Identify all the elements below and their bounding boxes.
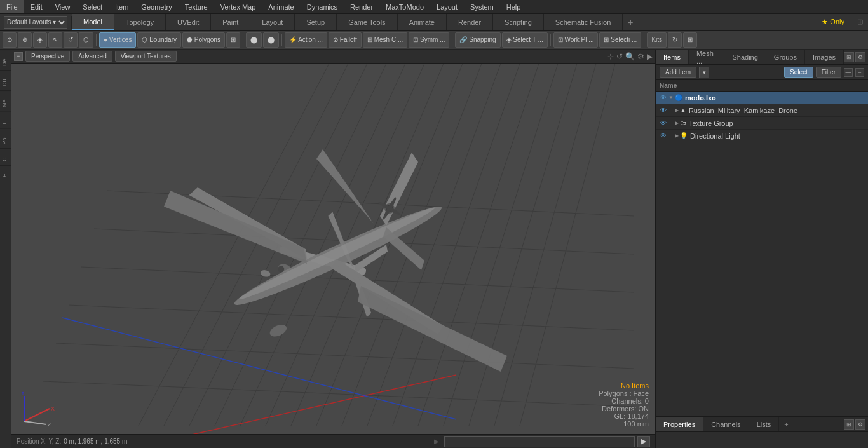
tool-transform[interactable]: ⬡	[79, 32, 93, 48]
vp-icon-zoom[interactable]: 🔍	[625, 52, 635, 61]
right-tab-groups[interactable]: Groups	[766, 50, 805, 64]
tool-select-circle[interactable]: ⊙	[3, 32, 17, 48]
tab-setup[interactable]: Setup	[295, 14, 337, 30]
menu-view[interactable]: View	[49, 0, 77, 13]
star-only-button[interactable]: ★ Only	[814, 18, 852, 26]
tool-work-pl-btn[interactable]: ⊡ Work Pl ...	[553, 32, 599, 48]
menu-help[interactable]: Help	[500, 0, 527, 13]
tab-paint[interactable]: Paint	[211, 14, 250, 30]
tool-rotate[interactable]: ↺	[64, 32, 78, 48]
items-collapse[interactable]: —	[844, 68, 853, 77]
tab-animate[interactable]: Animate	[398, 14, 447, 30]
tool-kits-btn[interactable]: Kits	[647, 32, 667, 48]
vp-icon-settings[interactable]: ⚙	[637, 52, 644, 61]
menu-file[interactable]: File	[0, 0, 24, 13]
tool-sphere1[interactable]: ⬤	[246, 32, 262, 48]
items-select-button[interactable]: Select	[784, 67, 813, 78]
tool-lasso[interactable]: ◈	[33, 32, 47, 48]
eye-icon-light[interactable]: 👁	[658, 131, 668, 141]
right-tab-expand[interactable]: ⊞	[844, 52, 854, 62]
prop-tab-add[interactable]: +	[779, 421, 793, 428]
viewport-3d[interactable]: No Items Polygons : Face Channels: 0 Def…	[11, 64, 655, 434]
item-row-light[interactable]: 👁 ▶ 💡 Directional Light	[656, 130, 868, 142]
tool-symm-btn[interactable]: ⊡ Symm ...	[409, 32, 449, 48]
tool-rotate-view[interactable]: ↻	[668, 32, 682, 48]
eye-icon-root[interactable]: 👁	[658, 93, 668, 103]
tab-add-button[interactable]: +	[623, 17, 638, 27]
menu-texture[interactable]: Texture	[179, 0, 214, 13]
prop-expand-icon[interactable]: ⊞	[844, 419, 854, 430]
right-tab-mesh[interactable]: Mesh ...	[689, 50, 725, 64]
viewport-menu-btn[interactable]: ≡	[14, 52, 23, 61]
right-tab-shading[interactable]: Shading	[724, 50, 766, 64]
items-filter-button[interactable]: Filter	[816, 67, 841, 78]
item-row-root[interactable]: 👁 ▼ 🔵 modo.lxo	[656, 92, 868, 104]
tool-sphere2[interactable]: ⬤	[263, 32, 279, 48]
menu-layout[interactable]: Layout	[430, 0, 464, 13]
vtab-c[interactable]: C...	[0, 148, 11, 165]
prop-settings-icon[interactable]: ⚙	[855, 419, 865, 430]
menu-item[interactable]: Item	[109, 0, 135, 13]
menu-dynamics[interactable]: Dynamics	[301, 0, 344, 13]
vp-icon-rotate[interactable]: ↺	[616, 52, 623, 61]
tool-expand-view[interactable]: ⊞	[683, 32, 697, 48]
menu-animate[interactable]: Animate	[262, 0, 300, 13]
advanced-btn[interactable]: Advanced	[72, 51, 112, 62]
tool-action-btn[interactable]: ⚡ Action ...	[285, 32, 327, 48]
command-input[interactable]	[444, 436, 635, 447]
tool-boundary-btn[interactable]: ⬡ Boundary	[137, 32, 181, 48]
right-tab-items[interactable]: Items	[656, 50, 689, 64]
prop-tab-channels[interactable]: Channels	[703, 417, 749, 431]
menu-edit[interactable]: Edit	[24, 0, 49, 13]
tab-model[interactable]: Model	[72, 14, 114, 30]
menu-maxtomodo[interactable]: MaxToModo	[379, 0, 430, 13]
viewport-header-icons: ⊹ ↺ 🔍 ⚙ ▶	[607, 52, 653, 61]
menu-geometry[interactable]: Geometry	[135, 0, 178, 13]
prop-tab-lists[interactable]: Lists	[749, 417, 780, 431]
right-tab-images[interactable]: Images	[805, 50, 844, 64]
command-submit-btn[interactable]: ▶	[637, 436, 650, 447]
tab-schematic[interactable]: Schematic Fusion	[544, 14, 623, 30]
tab-topology[interactable]: Topology	[114, 14, 166, 30]
add-item-dropdown[interactable]: ▾	[699, 67, 709, 78]
right-tab-settings[interactable]: ⚙	[855, 52, 865, 62]
vtab-po[interactable]: Po...	[0, 128, 11, 149]
tool-vertices-btn[interactable]: ● Vertices	[99, 32, 136, 48]
tool-mesh-btn[interactable]: ⊞	[226, 32, 240, 48]
tab-game-tools[interactable]: Game Tools	[337, 14, 398, 30]
tool-select-t-btn[interactable]: ◈ Select T ...	[502, 32, 548, 48]
tool-polygons-btn[interactable]: ⬟ Polygons	[182, 32, 225, 48]
prop-tab-properties[interactable]: Properties	[656, 417, 703, 431]
textures-btn[interactable]: Viewport Textures	[115, 51, 177, 62]
menu-select[interactable]: Select	[76, 0, 109, 13]
eye-icon-drone[interactable]: 👁	[658, 105, 668, 116]
item-row-drone[interactable]: 👁 ▶ ▲ Russian_Military_Kamikaze_Drone	[656, 104, 868, 117]
expand-button[interactable]: ⊞	[852, 18, 868, 26]
tab-layout[interactable]: Layout	[250, 14, 295, 30]
vtab-de[interactable]: De...	[0, 50, 11, 70]
item-row-texture[interactable]: 👁 ▶ 🗂 Texture Group	[656, 117, 868, 130]
tool-arrow[interactable]: ↖	[48, 32, 62, 48]
menu-render[interactable]: Render	[344, 0, 379, 13]
vtab-f[interactable]: F...	[0, 165, 11, 181]
vtab-me[interactable]: Me...	[0, 90, 11, 111]
vp-icon-expand[interactable]: ▶	[647, 52, 653, 61]
layouts-dropdown[interactable]: Default Layouts ▾	[4, 16, 67, 29]
menu-vertex-map[interactable]: Vertex Map	[214, 0, 262, 13]
tool-selecti-btn[interactable]: ⊞ Selecti ...	[599, 32, 641, 48]
tab-uvedit[interactable]: UVEdit	[166, 14, 211, 30]
tool-snapping-btn[interactable]: 🔗 Snapping	[455, 32, 500, 48]
vtab-du[interactable]: Du...	[0, 70, 11, 90]
vtab-e[interactable]: E...	[0, 111, 11, 128]
tool-crosshair[interactable]: ⊕	[18, 32, 32, 48]
tab-render[interactable]: Render	[447, 14, 493, 30]
tool-mesh-c-btn[interactable]: ⊞ Mesh C ...	[363, 32, 407, 48]
tab-scripting[interactable]: Scripting	[493, 14, 544, 30]
items-minus[interactable]: −	[855, 68, 864, 77]
menu-system[interactable]: System	[464, 0, 500, 13]
tool-falloff-btn[interactable]: ⊘ Falloff	[329, 32, 362, 48]
vp-icon-move[interactable]: ⊹	[607, 52, 614, 61]
add-item-button[interactable]: Add Item	[660, 67, 696, 78]
eye-icon-texture[interactable]: 👁	[658, 118, 668, 128]
perspective-btn[interactable]: Perspective	[25, 51, 70, 62]
